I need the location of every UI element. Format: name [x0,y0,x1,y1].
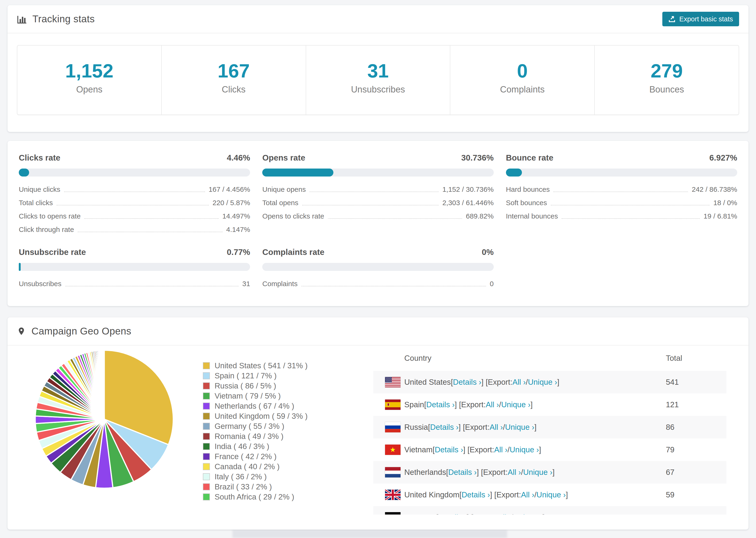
legend-swatch [203,443,210,450]
rate-row: Clicks to opens rate14.497% [19,209,250,223]
slash: / [526,378,528,387]
export-unique-link[interactable]: Unique › [505,423,534,432]
rate-value: 30.736% [461,153,494,162]
rate-row-value: 14.497% [222,212,250,220]
table-row-spain: Spain [Details ›] [Export: All › / Uniqu… [373,394,727,416]
details-link[interactable]: Details › [426,400,455,409]
geo-opens-pie-chart [34,349,175,490]
stat-label: Opens [17,84,161,95]
details-link[interactable]: Details › [438,513,467,514]
bracket: ] [566,490,568,499]
rate-row-value: 4.147% [226,226,250,234]
summary-stats-row: 1,152Opens167Clicks31Unsubscribes0Compla… [17,45,739,115]
country-name: Vietnam [404,445,432,454]
slash: / [534,490,536,499]
tracking-stats-header: Tracking stats Export basic stats [8,5,748,33]
legend-label: United Kingdom ( 59 / 3% ) [215,412,307,421]
legend-item: Brazil ( 33 / 2% ) [203,482,307,492]
dashboard-page: Tracking stats Export basic stats 1,152O… [0,0,756,538]
export-all-link[interactable]: All › [490,423,503,432]
progress-fill [19,169,29,177]
progress-track [262,169,494,177]
rate-rows: Unique clicks167 / 4.456%Total clicks220… [19,183,250,236]
rate-row: Complaints0 [262,277,494,290]
export-all-link[interactable]: All › [512,378,526,387]
country-name: United States [404,378,451,387]
dotted-leader [301,286,486,286]
export-all-link[interactable]: All › [498,513,511,514]
summary-stat-box: 0Complaints [450,45,595,115]
export-unique-link[interactable]: Unique › [523,468,553,477]
stat-value: 31 [306,60,450,82]
details-link[interactable]: Details › [448,468,477,477]
rate-rows: Hard bounces242 / 86.738%Soft bounces18 … [506,183,737,223]
rate-row: Opens to clicks rate689.82% [262,209,494,223]
header-divider [8,33,748,33]
legend-label: Italy ( 36 / 2% ) [215,472,267,481]
stat-value: 167 [162,60,306,82]
country-name: Russia [404,423,428,432]
dotted-leader [309,191,439,192]
country-cell: United Kingdom [Details ›] [Export: All … [404,484,568,506]
slash: / [503,423,505,432]
details-link[interactable]: Details › [435,445,463,454]
legend-item: Spain ( 121 / 7% ) [203,371,307,381]
export-unique-link[interactable]: Unique › [536,490,566,499]
details-link[interactable]: Details › [461,490,490,499]
flag-spain-icon [385,400,401,410]
rate-row-value: 18 / 0% [713,199,737,207]
legend-label: Brazil ( 33 / 2% ) [215,482,272,491]
rate-title: Opens rate [262,153,305,162]
rate-head: Opens rate30.736% [262,153,494,162]
rate-row: Unique clicks167 / 4.456% [19,183,250,196]
rate-row-value: 19 / 6.81% [704,212,737,220]
export-all-link[interactable]: All › [508,468,521,477]
export-all-link[interactable]: All › [486,400,499,409]
dotted-leader [84,218,218,219]
map-pin-icon [17,327,26,336]
export-unique-link[interactable]: Unique › [528,378,557,387]
summary-stat-box: 279Bounces [595,45,739,115]
legend-label: Germany ( 55 / 3% ) [215,422,284,431]
progress-fill [19,263,21,271]
table-row-netherlands: Netherlands [Details ›] [Export: All › /… [373,461,727,484]
geo-opens-table: Country Total United States [Details ›] … [373,346,727,514]
country-name: Germany [404,513,436,514]
bracket: ] [543,513,545,514]
details-link[interactable]: Details › [430,423,459,432]
stat-value: 279 [595,60,739,82]
rate-block-clicks-rate: Clicks rate4.46%Unique clicks167 / 4.456… [19,153,250,236]
export-unique-link[interactable]: Unique › [513,513,543,514]
rate-row-label: Total clicks [19,199,53,207]
legend-label: Russia ( 86 / 5% ) [215,381,276,390]
bracket: ] [557,378,559,387]
flag-germany-icon [385,512,401,514]
export-all-link[interactable]: All › [521,490,534,499]
country-name: Spain [404,400,424,409]
export-all-link[interactable]: All › [494,445,508,454]
country-cell: Netherlands [Details ›] [Export: All › /… [404,461,555,484]
rate-head: Complaints rate0% [262,247,494,257]
bracket: [ [436,513,438,514]
campaign-geo-opens-card: Campaign Geo Opens United States ( 541 /… [8,317,748,529]
dotted-leader [551,205,710,205]
rate-row: Unsubscribes31 [19,277,250,290]
progress-fill [506,169,522,177]
geo-title: Campaign Geo Opens [31,326,131,337]
export-basic-stats-button[interactable]: Export basic stats [662,12,739,26]
bracket: ] [553,468,555,477]
table-row-russia: Russia [Details ›] [Export: All › / Uniq… [373,416,727,439]
dotted-leader [78,232,222,232]
legend-item: Vietnam ( 79 / 5% ) [203,391,307,401]
export-unique-link[interactable]: Unique › [501,400,531,409]
bracket: ] [Export: [463,445,494,454]
legend-swatch [203,473,210,480]
rate-value: 4.46% [227,153,250,162]
rate-head: Unsubscribe rate0.77% [19,247,250,257]
rate-row: Hard bounces242 / 86.738% [506,183,737,196]
details-link[interactable]: Details › [453,378,481,387]
bracket: [ [459,490,461,499]
export-unique-link[interactable]: Unique › [510,445,539,454]
bracket: ] [Export: [481,378,512,387]
dotted-leader [562,218,700,219]
